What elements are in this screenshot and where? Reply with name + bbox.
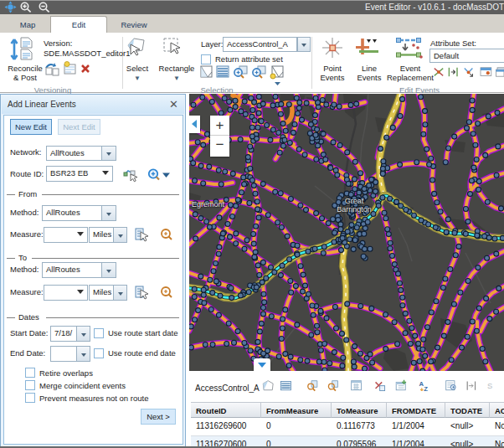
svg-text:A: A — [419, 380, 424, 388]
svg-text:Z: Z — [424, 385, 428, 393]
svg-text:S: S — [487, 382, 492, 390]
